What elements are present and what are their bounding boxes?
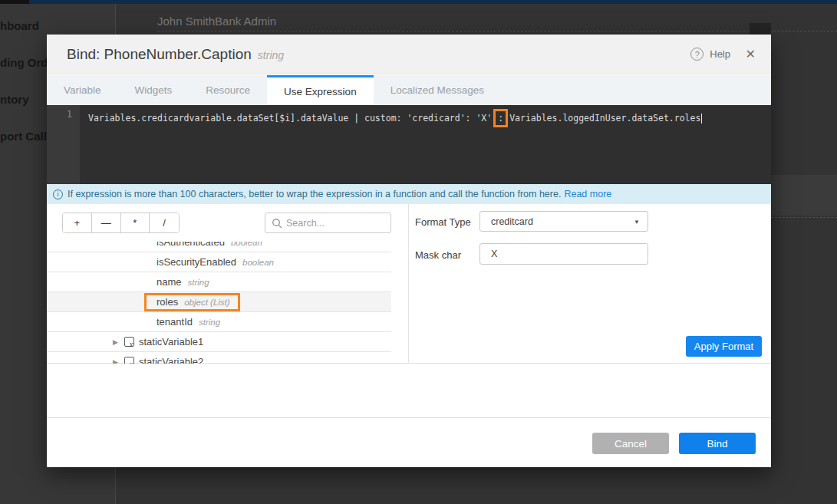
tree-row-tenantid[interactable]: tenantIdstring <box>47 312 391 332</box>
text-cursor <box>701 114 702 124</box>
code-after: Variables.loggedInUser.dataSet.roles <box>509 113 700 124</box>
minus-operator-button[interactable]: — <box>92 213 121 232</box>
tree-label: name <box>157 276 182 288</box>
plus-operator-button[interactable]: + <box>63 213 92 232</box>
canvas-light-band <box>771 175 837 216</box>
dialog-header: Bind: PhoneNumber.Captionstring ? Help ✕ <box>47 35 771 74</box>
canvas-dark-widget <box>750 23 771 35</box>
help-label: Help <box>710 48 730 60</box>
sidebar-item-inventory: ntory <box>0 93 29 106</box>
panel-divider <box>408 204 409 364</box>
app-page-heading: John SmithBank Admin <box>157 15 276 28</box>
tree-row-issecurityenabled[interactable]: isSecurityEnabledboolean <box>47 252 391 272</box>
expression-info-bar: i If expression is more than 100 charact… <box>47 184 771 204</box>
variable-tree: isAuthenticatedboolean isSecurityEnabled… <box>47 242 391 364</box>
apply-format-button[interactable]: Apply Format <box>686 336 762 357</box>
dialog-tabbar: Variable Widgets Resource Use Expression… <box>47 75 771 105</box>
tab-widgets[interactable]: Widgets <box>118 75 189 105</box>
tree-label: isSecurityEnabled <box>157 256 236 268</box>
sidebar-item-dashboard: hboard <box>0 19 39 32</box>
format-type-label: Format Type <box>415 216 471 228</box>
tree-type: boolean <box>242 258 274 267</box>
chevron-down-icon: ▼ <box>634 219 640 226</box>
sidebar-item-support-calls: port Calls <box>0 130 53 143</box>
canvas-widget-outline <box>771 217 837 218</box>
tree-label: staticVariable2 <box>139 356 203 364</box>
search-icon <box>272 218 282 232</box>
tab-use-expression[interactable]: Use Expression <box>267 75 374 105</box>
dialog-title: Bind: PhoneNumber.Captionstring <box>67 46 284 63</box>
tree-label: staticVariable1 <box>139 336 203 348</box>
read-more-link[interactable]: Read more <box>564 189 611 199</box>
tree-row-staticvariable2[interactable]: ▶ x staticVariable2 <box>47 352 391 364</box>
help-button[interactable]: ? Help <box>690 48 730 61</box>
roles-highlight-box: rolesobject (List) <box>144 293 240 311</box>
tab-localized-messages[interactable]: Localized Messages <box>374 75 501 105</box>
search-input[interactable] <box>286 213 389 232</box>
dialog-content-section: + — * / isAuthenticatedboolean isSecurit… <box>47 204 771 364</box>
tree-label: tenantId <box>157 316 193 328</box>
divide-operator-button[interactable]: / <box>150 213 179 232</box>
tree-row-isauthenticated[interactable]: isAuthenticatedboolean <box>47 242 391 252</box>
tree-type: object (List) <box>184 298 229 307</box>
static-variable-icon: x <box>124 357 134 364</box>
dialog-footer: Cancel Bind <box>47 417 771 467</box>
dialog-title-text: Bind: PhoneNumber.Caption <box>67 46 252 62</box>
tree-row-staticvariable1[interactable]: ▶ x staticVariable1 <box>47 332 391 352</box>
tree-label: roles <box>157 296 178 308</box>
tree-type: string <box>188 278 209 287</box>
bind-button[interactable]: Bind <box>679 433 756 454</box>
format-type-select[interactable]: creditcard ▼ <box>479 211 648 232</box>
format-type-value: creditcard <box>491 216 533 227</box>
multiply-operator-button[interactable]: * <box>121 213 150 232</box>
app-top-bar <box>0 0 837 4</box>
line-number: 1 <box>67 109 72 120</box>
tree-row-name[interactable]: namestring <box>47 272 391 292</box>
static-variable-icon: x <box>124 337 134 347</box>
tree-type: boolean <box>231 242 262 247</box>
dialog-title-type: string <box>258 49 284 61</box>
tab-variable[interactable]: Variable <box>47 75 118 105</box>
expand-arrow-icon[interactable]: ▶ <box>113 358 122 364</box>
code-before: Variables.credicardvariable.dataSet[$i].… <box>88 113 492 124</box>
cancel-button[interactable]: Cancel <box>592 433 669 454</box>
info-icon: i <box>53 189 63 199</box>
tree-type: string <box>199 318 220 327</box>
editor-gutter: 1 <box>47 105 80 184</box>
tree-label: isAuthenticated <box>157 242 225 248</box>
code-highlighted-colon: : <box>493 109 508 127</box>
info-text: If expression is more than 100 character… <box>68 189 561 199</box>
mask-char-label: Mask char <box>415 249 461 261</box>
bind-dialog: Bind: PhoneNumber.Captionstring ? Help ✕… <box>47 35 771 467</box>
help-question-icon: ? <box>690 48 704 61</box>
variable-search-box <box>265 212 391 233</box>
mask-char-input[interactable] <box>479 243 648 265</box>
close-icon[interactable]: ✕ <box>746 47 756 61</box>
tab-resource[interactable]: Resource <box>189 75 267 105</box>
expression-code-line: Variables.credicardvariable.dataSet[$i].… <box>88 109 702 127</box>
tree-row-roles-selected[interactable]: rolesobject (List) <box>47 292 391 312</box>
canvas-widget-outline <box>157 31 837 31</box>
expand-arrow-icon[interactable]: ▶ <box>113 338 122 346</box>
operator-button-group: + — * / <box>62 212 180 233</box>
expression-code-editor[interactable]: 1 Variables.credicardvariable.dataSet[$i… <box>47 105 771 184</box>
